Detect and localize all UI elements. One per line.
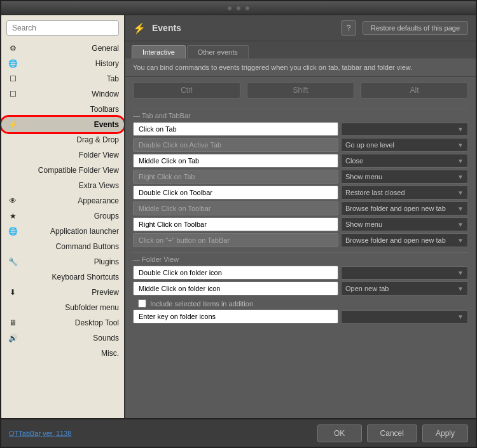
- event-row-midclick-tab: Middle Click on Tab Close ▼: [133, 154, 468, 168]
- event-row-dblclick-active-tab: Double Click on Active Tab Go up one lev…: [133, 138, 468, 152]
- sidebar-item-events[interactable]: ⚡ Events: [1, 117, 124, 132]
- sidebar-item-keyboard-shortcuts[interactable]: Keyboard Shortcuts: [1, 269, 124, 285]
- dropdown-arrow-icon: ▼: [457, 269, 464, 276]
- event-row-midclick-toolbar: Middle Click on Toolbar Browse folder an…: [133, 201, 468, 215]
- section-folder-view-label: — Folder View: [133, 252, 468, 263]
- keyboard-icon: [8, 272, 18, 282]
- toolbars-icon: [8, 104, 18, 114]
- description-text: You can bind commands to events triggere…: [125, 58, 476, 77]
- subfolder-icon: [8, 302, 18, 313]
- event-dropdown-click-tab[interactable]: ▼: [341, 123, 468, 136]
- desktop-icon: 🖥: [8, 318, 18, 328]
- sidebar-item-preview[interactable]: ⬇ Preview: [1, 285, 124, 300]
- event-row-rightclick-toolbar: Right Click on Toolbar Show menu ▼: [133, 217, 468, 231]
- window-icon: ☐: [8, 89, 18, 99]
- sidebar-item-window[interactable]: ☐ Window: [1, 86, 124, 102]
- event-row-dblclick-folder-icon: Double Click on folder icon ▼: [133, 266, 468, 280]
- sidebar-item-appearance[interactable]: 👁 Appearance: [1, 193, 124, 208]
- sidebar-item-tab[interactable]: ☐ Tab: [1, 71, 124, 86]
- event-name-midclick-folder-icon: Middle Click on folder icon: [133, 282, 338, 295]
- sidebar-item-misc[interactable]: Misc.: [1, 346, 124, 361]
- event-dropdown-midclick-toolbar[interactable]: Browse folder and open new tab ▼: [341, 201, 468, 215]
- sidebar-item-plugins[interactable]: 🔧 Plugins: [1, 254, 124, 269]
- event-dropdown-rightclick-tab[interactable]: Show menu ▼: [341, 170, 468, 184]
- history-icon: 🌐: [8, 58, 18, 69]
- extra-views-icon: [8, 180, 18, 191]
- include-selected-items-row: Include selected items in addition: [133, 297, 468, 309]
- event-name-enter-folder-icons: Enter key on folder icons: [133, 309, 338, 323]
- titlebar-dot: [236, 6, 241, 11]
- dropdown-arrow-icon: ▼: [457, 285, 464, 292]
- drag-icon: [8, 135, 18, 145]
- dropdown-arrow-icon: ▼: [457, 142, 464, 149]
- event-row-enter-folder-icons: Enter key on folder icons ▼: [133, 309, 468, 323]
- shift-button[interactable]: Shift: [247, 82, 354, 98]
- main-panel: ⚡ Events ? Restore defaults of this page…: [125, 15, 476, 418]
- sidebar-item-groups[interactable]: ★ Groups: [1, 208, 124, 224]
- search-input[interactable]: [6, 20, 119, 36]
- event-dropdown-rightclick-toolbar[interactable]: Show menu ▼: [341, 217, 468, 231]
- event-name-dblclick-active-tab: Double Click on Active Tab: [133, 138, 338, 152]
- event-dropdown-dblclick-active-tab[interactable]: Go up one level ▼: [341, 138, 468, 152]
- event-row-rightclick-tab: Right Click on Tab Show menu ▼: [133, 170, 468, 184]
- titlebar: [1, 1, 476, 15]
- event-row-plus-tabbar: Click on "+" button on TabBar Browse fol…: [133, 233, 468, 247]
- titlebar-dot: [227, 6, 232, 11]
- alt-button[interactable]: Alt: [361, 82, 468, 98]
- panel-lightning-icon: ⚡: [133, 22, 146, 34]
- event-dropdown-dblclick-folder-icon[interactable]: ▼: [341, 266, 468, 280]
- sidebar-item-folder-view[interactable]: Folder View: [1, 147, 124, 163]
- event-name-rightclick-tab: Right Click on Tab: [133, 170, 338, 184]
- sidebar-item-extra-views[interactable]: Extra Views: [1, 178, 124, 193]
- include-selected-items-label: Include selected items in addition: [150, 300, 253, 308]
- sidebar-item-sounds[interactable]: 🔊 Sounds: [1, 330, 124, 346]
- footer-buttons: OK Cancel Apply: [317, 424, 468, 442]
- sidebar-item-history[interactable]: 🌐 History: [1, 56, 124, 71]
- command-icon: [8, 241, 18, 252]
- sidebar-item-general[interactable]: ⚙ General: [1, 41, 124, 56]
- panel-title: Events: [152, 23, 335, 33]
- event-dropdown-dblclick-toolbar[interactable]: Restore last closed ▼: [341, 186, 468, 200]
- ok-button[interactable]: OK: [317, 424, 362, 442]
- apply-button[interactable]: Apply: [422, 424, 468, 442]
- tabs-bar: Interactive Other events: [125, 41, 476, 58]
- settings-window: ⚙ General 🌐 History ☐ Tab ☐ Window Toolb…: [0, 0, 477, 448]
- cancel-button[interactable]: Cancel: [367, 424, 417, 442]
- preview-icon: ⬇: [8, 287, 18, 297]
- dropdown-arrow-icon: ▼: [457, 237, 464, 244]
- titlebar-decorations: [227, 6, 250, 11]
- footer-link[interactable]: QTTabBar ver. 1138: [9, 430, 71, 437]
- tab-interactive[interactable]: Interactive: [132, 45, 186, 58]
- events-scroll-area[interactable]: — Tab and TabBar Click on Tab ▼ Double C…: [125, 104, 476, 418]
- launcher-icon: 🌐: [8, 226, 18, 236]
- sidebar-item-app-launcher[interactable]: 🌐 Application launcher: [1, 224, 124, 239]
- event-row-click-tab: Click on Tab ▼: [133, 122, 468, 136]
- event-row-midclick-folder-icon: Middle Click on folder icon Open new tab…: [133, 282, 468, 295]
- sidebar-item-command-buttons[interactable]: Command Buttons: [1, 239, 124, 254]
- sidebar-item-compatible-folder[interactable]: Compatible Folder View: [1, 163, 124, 178]
- section-tab-tabbar-label: — Tab and TabBar: [133, 109, 468, 119]
- dropdown-arrow-icon: ▼: [457, 313, 464, 320]
- help-button[interactable]: ?: [341, 20, 356, 36]
- sidebar-item-desktop-tool[interactable]: 🖥 Desktop Tool: [1, 315, 124, 330]
- misc-icon: [8, 348, 18, 358]
- panel-header: ⚡ Events ? Restore defaults of this page: [125, 15, 476, 41]
- ctrl-button[interactable]: Ctrl: [133, 82, 240, 98]
- main-content: ⚙ General 🌐 History ☐ Tab ☐ Window Toolb…: [1, 15, 476, 418]
- tab-icon: ☐: [8, 74, 18, 84]
- event-dropdown-midclick-tab[interactable]: Close ▼: [341, 154, 468, 168]
- eye-icon: 👁: [8, 196, 18, 206]
- tab-other-events[interactable]: Other events: [187, 45, 249, 58]
- dropdown-arrow-icon: ▼: [457, 158, 464, 165]
- event-name-rightclick-toolbar: Right Click on Toolbar: [133, 217, 338, 231]
- event-dropdown-enter-folder-icons[interactable]: ▼: [341, 310, 468, 323]
- sidebar-item-drag-drop[interactable]: Drag & Drop: [1, 132, 124, 147]
- dropdown-arrow-icon: ▼: [457, 173, 464, 180]
- event-dropdown-midclick-folder-icon[interactable]: Open new tab ▼: [341, 282, 468, 295]
- footer: QTTabBar ver. 1138 OK Cancel Apply: [1, 418, 476, 447]
- sidebar-item-toolbars[interactable]: Toolbars: [1, 102, 124, 117]
- restore-defaults-button[interactable]: Restore defaults of this page: [363, 21, 468, 35]
- event-dropdown-plus-tabbar[interactable]: Browse folder and open new tab ▼: [341, 233, 468, 247]
- sidebar-item-subfolder-menu[interactable]: Subfolder menu: [1, 300, 124, 315]
- include-selected-items-checkbox[interactable]: [138, 299, 146, 308]
